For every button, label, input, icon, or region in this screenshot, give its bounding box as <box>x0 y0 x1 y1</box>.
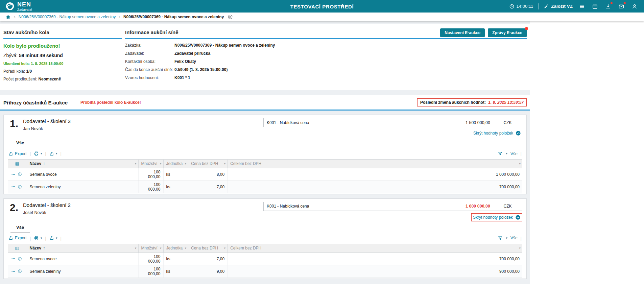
logo-text-block: NEN Zadavatel <box>17 1 32 11</box>
filter-button[interactable] <box>498 151 503 156</box>
hide-values-label: Skrýt hodnoty položek <box>473 215 513 220</box>
profile-button[interactable] <box>630 2 639 10</box>
share-button[interactable]: ▾ <box>49 236 57 240</box>
column-price[interactable]: Cena bez DPH ▾ <box>188 160 228 168</box>
filter-caret-icon[interactable]: ▾ <box>185 246 187 250</box>
view-caret-icon[interactable]: ▾ <box>506 152 507 155</box>
info-icon[interactable] <box>18 172 22 176</box>
round-order-value: 1/0 <box>26 69 32 74</box>
info-label: Vzorec hodnocení: <box>125 75 174 80</box>
row-menu-icon[interactable] <box>11 257 16 261</box>
filter-caret-icon[interactable]: ▾ <box>224 246 226 250</box>
info-value: K001 * 1 <box>174 75 190 80</box>
hide-values-button[interactable]: Skrýt hodnoty položek <box>472 129 522 137</box>
column-unit-label: Jednotka <box>166 246 183 250</box>
column-qty[interactable]: Množství ▾ <box>138 160 163 168</box>
filter-caret-icon[interactable]: ▾ <box>135 246 137 250</box>
table-toolbar: Export | ▾ | ▾ | ▾ Vše | <box>8 151 522 156</box>
bid-currency: CZK <box>493 202 522 211</box>
filter-caret-icon[interactable]: ▾ <box>185 162 187 165</box>
print-icon <box>34 236 39 241</box>
info-value: Zadavatel příručka <box>174 51 210 56</box>
chevron-up-circle-icon <box>516 130 521 136</box>
nen-logo[interactable]: NEN Zadavatel <box>5 1 32 11</box>
info-icon[interactable] <box>18 257 22 261</box>
tab-strip: Vše <box>8 221 522 233</box>
filter-caret-icon[interactable]: ▾ <box>160 246 162 250</box>
breadcrumb-parent-link[interactable]: N006/25/V00007369 - Nákup semen ovoce a … <box>19 15 116 19</box>
toolbar-divider: | <box>521 236 522 241</box>
column-total[interactable]: Celkem bez DPH ▾ <box>228 160 522 168</box>
hide-values-row: Skrýt hodnoty položek <box>263 129 522 137</box>
status-panels: Stav aukčního kola Kolo bylo prodlouženo… <box>0 24 530 90</box>
info-icon[interactable] <box>18 269 22 273</box>
mail-button[interactable] <box>617 2 625 10</box>
column-total[interactable]: Celkem bez DPH ▾ <box>228 244 522 253</box>
cell-unit: ks <box>163 181 188 193</box>
share-button[interactable]: ▾ <box>49 151 57 156</box>
eauction-settings-button[interactable]: Nastavení E-aukce <box>440 28 485 37</box>
export-label: Export <box>15 236 27 240</box>
print-button[interactable]: ▾ <box>34 236 42 241</box>
column-price[interactable]: Cena bez DPH ▾ <box>188 244 228 253</box>
column-qty[interactable]: Množství ▾ <box>138 244 163 253</box>
toolbar-divider: | <box>30 236 31 241</box>
cell-unit: ks <box>163 253 188 265</box>
share-icon <box>49 236 54 240</box>
view-all-label: Vše <box>510 151 518 156</box>
export-label: Export <box>15 151 27 156</box>
column-total-label: Celkem bez DPH <box>230 161 261 166</box>
view-caret-icon[interactable]: ▾ <box>506 237 507 240</box>
column-name[interactable]: Název↑ ▾ <box>27 160 138 168</box>
create-vz-button[interactable]: Založit VZ <box>544 4 573 9</box>
participant-rank: 2. <box>10 202 18 213</box>
print-button[interactable]: ▾ <box>34 151 42 156</box>
filter-caret-icon[interactable]: ▾ <box>135 162 137 165</box>
cell-unit: ks <box>163 168 188 181</box>
view-all-link[interactable]: Vše <box>510 236 518 240</box>
cell-qty: 100 000,00 <box>138 253 163 265</box>
cell-qty: 100 000,00 <box>138 168 163 181</box>
column-name[interactable]: Název↑ ▾ <box>27 244 138 253</box>
row-menu-icon[interactable] <box>11 269 16 273</box>
eauction-messages-button[interactable]: Zprávy E-aukce <box>488 28 527 37</box>
cell-price: 7,00 <box>188 181 228 193</box>
cell-price: 9,00 <box>188 265 228 278</box>
column-name-label: Název <box>30 161 42 166</box>
column-chooser-button[interactable] <box>8 244 27 253</box>
hide-values-button[interactable]: Skrýt hodnoty položek <box>471 213 522 221</box>
export-button[interactable]: Export <box>8 151 27 156</box>
toolbar-right: ▾ Vše | <box>498 236 522 241</box>
filter-caret-icon[interactable]: ▾ <box>160 162 162 165</box>
filter-caret-icon[interactable]: ▾ <box>224 162 226 165</box>
mail-badge <box>623 2 626 4</box>
view-all-label: Vše <box>510 236 518 240</box>
tab-all[interactable]: Vše <box>10 140 30 148</box>
participant-card: 1. Dodavatel - školení 3 Jan Novák K001 … <box>3 115 527 194</box>
column-chooser-button[interactable] <box>8 160 27 168</box>
column-unit[interactable]: Jednotka ▾ <box>163 160 188 168</box>
tab-all[interactable]: Vše <box>10 225 30 233</box>
calendar-icon <box>592 3 598 9</box>
menu-button[interactable] <box>578 2 586 10</box>
home-button[interactable] <box>5 14 11 20</box>
filter-icon <box>498 236 503 241</box>
edit-icon <box>544 4 549 9</box>
row-menu-icon[interactable] <box>11 185 16 189</box>
filter-button[interactable] <box>498 236 503 241</box>
hide-values-row: Skrýt hodnoty položek <box>263 213 522 221</box>
cell-price: 7,00 <box>188 253 228 265</box>
row-menu-icon[interactable] <box>11 172 16 176</box>
calendar-button[interactable] <box>591 2 599 10</box>
info-icon[interactable] <box>18 185 22 189</box>
participant-header: 1. Dodavatel - školení 3 Jan Novák K001 … <box>8 118 522 137</box>
view-all-link[interactable]: Vše <box>510 151 518 156</box>
column-unit[interactable]: Jednotka ▾ <box>163 244 188 253</box>
close-tab-button[interactable] <box>228 14 233 20</box>
filter-caret-icon[interactable]: ▾ <box>519 246 521 250</box>
auction-panel-buttons: Nastavení E-aukce Zprávy E-aukce <box>440 28 527 37</box>
eauction-messages-label: Zprávy E-aukce <box>492 30 522 35</box>
downloads-button[interactable] <box>604 2 612 10</box>
filter-caret-icon[interactable]: ▾ <box>519 162 521 165</box>
export-button[interactable]: Export <box>8 236 27 240</box>
